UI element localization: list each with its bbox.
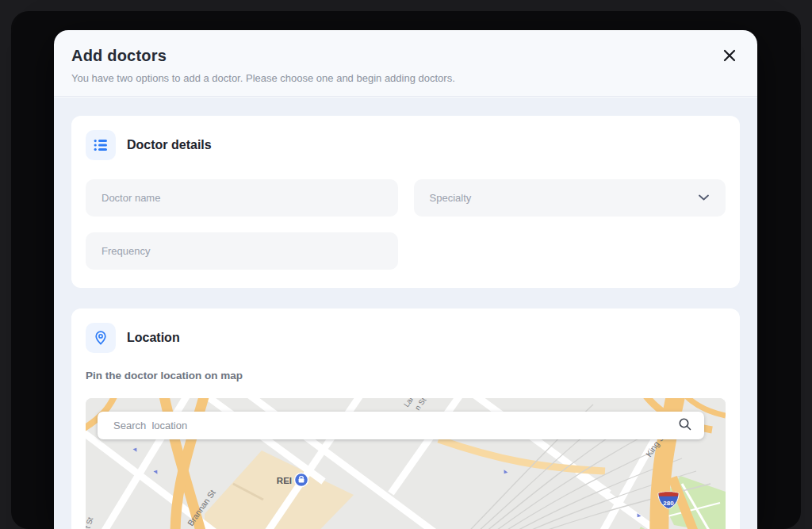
specialty-placeholder: Specialty [430,192,472,204]
add-doctors-modal: Add doctors You have two options to add … [54,30,757,529]
rei-poi-label: REI [277,476,292,485]
map-instruction: Pin the doctor location on map [86,370,726,381]
modal-header: Add doctors You have two options to add … [54,30,757,97]
doctor-details-card: Doctor details Specialty [71,116,740,288]
chevron-down-icon [698,192,710,204]
doctor-details-header: Doctor details [86,130,726,160]
svg-text:280: 280 [663,500,674,507]
modal-subtitle: You have two options to add a doctor. Pl… [71,72,738,84]
location-card: Location Pin the doctor location on map [71,309,740,529]
search-location-input[interactable] [113,420,678,431]
map-pin-icon [86,323,116,353]
close-button[interactable] [721,48,738,65]
location-heading: Location [127,331,180,345]
map-search-bar [98,412,704,439]
doctor-name-input[interactable] [86,179,398,217]
modal-content: Doctor details Specialty [54,98,757,529]
doctor-details-heading: Doctor details [127,138,212,152]
search-icon[interactable] [678,417,692,435]
page-title: Add doctors [71,47,738,65]
map-canvas[interactable]: Brannan St King St Lan n St t St 280 REI [86,398,726,529]
specialty-select[interactable]: Specialty [414,179,726,217]
frequency-input[interactable] [86,232,398,270]
close-icon [722,48,737,65]
location-header: Location [86,323,726,353]
list-icon [86,130,116,160]
